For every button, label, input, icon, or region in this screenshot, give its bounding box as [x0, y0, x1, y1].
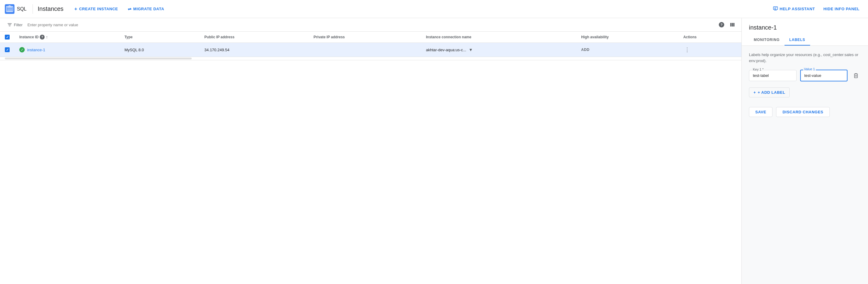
th-private-ip: Private IP address	[309, 32, 421, 43]
td-instance-id[interactable]: ✓ instance-1	[14, 43, 120, 57]
create-instance-button[interactable]: + CREATE INSTANCE	[71, 4, 122, 14]
th-connection-name: Instance connection name	[421, 32, 576, 43]
filter-icon	[7, 22, 12, 27]
td-actions[interactable]: ⋮	[678, 43, 741, 57]
th-select-all[interactable]: ✓	[0, 32, 14, 43]
info-panel-header: instance-1 MONITORING LABELS	[742, 18, 868, 46]
horizontal-scrollbar[interactable]	[5, 58, 192, 59]
panel-actions: SAVE DISCARD CHANGES	[749, 107, 861, 117]
svg-rect-4	[774, 8, 776, 9]
scrollbar-cell	[0, 57, 741, 60]
delete-label-button[interactable]	[851, 71, 861, 81]
table-header-row: ✓ Instance ID ? ↑ Type Public IP address…	[0, 32, 741, 43]
instances-table: ✓ Instance ID ? ↑ Type Public IP address…	[0, 32, 741, 60]
info-panel-title: instance-1	[749, 24, 861, 31]
svg-rect-2	[773, 7, 778, 10]
select-all-checkbox[interactable]: ✓	[5, 35, 10, 39]
plus-icon: +	[753, 90, 756, 95]
info-panel: instance-1 MONITORING LABELS Labels help…	[741, 18, 868, 284]
sql-logo-icon	[5, 4, 14, 14]
th-instance-id: Instance ID ? ↑	[14, 32, 120, 43]
add-label-button[interactable]: + + ADD LABEL	[749, 88, 789, 97]
labels-description: Labels help organize your resources (e.g…	[749, 52, 861, 64]
key-field-label: Key 1 *	[752, 67, 764, 71]
value-field-label: Value 1	[803, 67, 816, 71]
nav-actions: + CREATE INSTANCE ⇌ MIGRATE DATA	[71, 4, 168, 14]
filter-actions: ?	[717, 21, 737, 29]
plus-icon: +	[74, 6, 78, 12]
filter-button[interactable]: Filter	[5, 21, 25, 28]
connection-name-dropdown-button[interactable]: ▼	[469, 47, 473, 52]
help-assistant-button[interactable]: HELP ASSISTANT	[770, 4, 818, 14]
nav-logo-text: SQL	[17, 6, 27, 12]
td-high-availability[interactable]: ADD	[576, 43, 678, 57]
migrate-data-button[interactable]: ⇌ MIGRATE DATA	[124, 4, 168, 14]
status-running-icon: ✓	[19, 47, 25, 53]
top-nav: SQL Instances + CREATE INSTANCE ⇌ MIGRAT…	[0, 0, 868, 18]
row-checkbox[interactable]: ✓	[5, 47, 10, 52]
nav-logo: SQL	[5, 4, 33, 14]
columns-icon	[730, 22, 735, 27]
label-row: Key 1 * Value 1	[749, 70, 861, 82]
td-type: MySQL 8.0	[120, 43, 199, 57]
sort-asc-icon[interactable]: ↑	[46, 35, 48, 39]
question-icon: ?	[719, 22, 724, 27]
main-layout: Filter ?	[0, 18, 868, 284]
info-panel-body: Labels help organize your resources (e.g…	[742, 46, 868, 123]
th-public-ip: Public IP address	[199, 32, 309, 43]
th-high-availability: High availability	[576, 32, 678, 43]
td-private-ip	[309, 43, 421, 57]
td-checkbox[interactable]: ✓	[0, 43, 14, 57]
svg-rect-5	[730, 23, 732, 27]
value-field: Value 1	[800, 70, 848, 82]
svg-rect-6	[732, 23, 733, 27]
th-actions: Actions	[678, 32, 741, 43]
table-area: Filter ?	[0, 18, 741, 284]
th-type: Type	[120, 32, 199, 43]
save-button[interactable]: SAVE	[749, 107, 772, 117]
table-row[interactable]: ✓ ✓ instance-1 MySQL 8.0 34.170.249.54	[0, 43, 741, 57]
checkmark-icon: ✓	[6, 35, 9, 39]
key-input[interactable]	[749, 70, 797, 81]
key-field: Key 1 *	[749, 70, 797, 81]
filter-input[interactable]	[27, 23, 715, 27]
td-connection-name: akhtar-dev-aqua:us-c... ▼	[421, 43, 576, 57]
value-input[interactable]	[800, 70, 848, 82]
help-assistant-icon	[773, 6, 778, 12]
more-vert-icon: ⋮	[684, 47, 690, 53]
svg-rect-3	[774, 7, 777, 8]
filter-columns-button[interactable]	[728, 21, 737, 29]
filter-bar: Filter ?	[0, 18, 741, 32]
td-public-ip: 34.170.249.54	[199, 43, 309, 57]
migrate-icon: ⇌	[128, 7, 132, 11]
high-availability-add-button[interactable]: ADD	[581, 48, 590, 52]
info-tabs: MONITORING LABELS	[749, 35, 861, 45]
svg-rect-7	[733, 23, 735, 27]
filter-help-button[interactable]: ?	[717, 21, 726, 29]
row-actions-button[interactable]: ⋮	[683, 46, 691, 54]
delete-icon	[853, 73, 859, 79]
hide-info-panel-button[interactable]: HIDE INFO PANEL	[820, 4, 863, 13]
instance-id-help-icon[interactable]: ?	[40, 35, 44, 39]
tab-monitoring[interactable]: MONITORING	[749, 35, 784, 45]
discard-changes-button[interactable]: DISCARD CHANGES	[776, 107, 830, 117]
checkmark-icon: ✓	[6, 48, 9, 52]
nav-right: HELP ASSISTANT HIDE INFO PANEL	[770, 4, 863, 14]
page-title: Instances	[38, 5, 64, 12]
tab-labels[interactable]: LABELS	[784, 35, 810, 45]
scrollbar-row	[0, 57, 741, 60]
